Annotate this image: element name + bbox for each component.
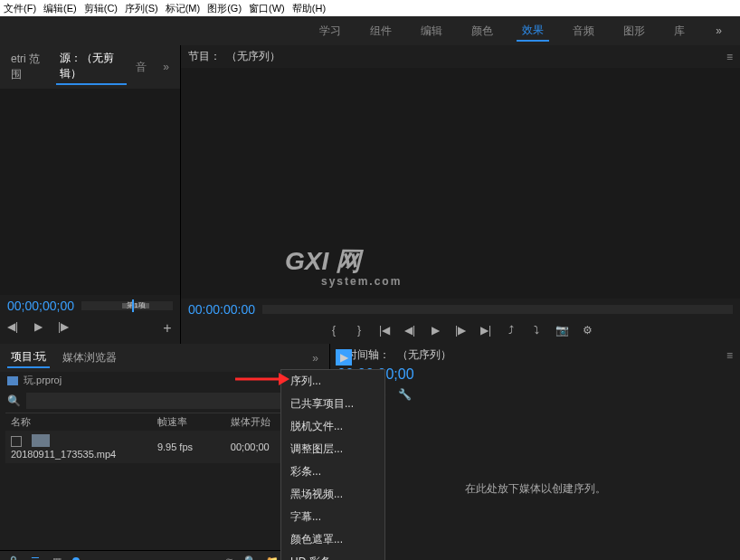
source-track[interactable]: 第1项 — [81, 301, 173, 310]
row-checkbox[interactable] — [11, 436, 22, 447]
source-tab-audio[interactable]: 音 » — [136, 60, 173, 75]
program-track[interactable] — [262, 305, 733, 314]
mi-hd-bars[interactable]: HD 彩条... — [281, 551, 384, 560]
source-tabs: etri 范围 源：（无剪辑） 音 » — [0, 45, 180, 89]
menu-clip[interactable]: 剪辑(C) — [84, 2, 118, 15]
menu-graphics[interactable]: 图形(G) — [207, 2, 242, 15]
annotation-arrow — [235, 371, 289, 387]
program-timecode[interactable]: 00:00:00:00 — [188, 302, 255, 317]
clip-fps: 9.95 fps — [157, 441, 231, 452]
project-crumb: 玩.prproj — [24, 374, 62, 387]
clip-thumbnail — [32, 434, 50, 447]
program-controls: { } |◀ ◀| ▶ |▶ ▶| ⤴ ⤵ 📷 ⚙ — [181, 320, 740, 344]
settings-icon2[interactable]: 🔧 — [398, 388, 412, 401]
menu-file[interactable]: 文件(F) — [4, 2, 36, 15]
play2-icon[interactable]: ▶ — [428, 324, 442, 337]
play-icon[interactable]: ▶ — [31, 320, 45, 337]
timeline-drop-hint: 在此处放下媒体以创建序列。 — [465, 481, 606, 497]
tab-media-browser[interactable]: 媒体浏览器 — [59, 348, 120, 367]
mark-in-icon[interactable]: { — [327, 324, 341, 337]
source-monitor — [0, 89, 180, 295]
menu-sequence[interactable]: 序列(S) — [125, 2, 158, 15]
extract-icon[interactable]: ⤵ — [529, 324, 544, 337]
go-out-icon[interactable]: ▶| — [479, 324, 493, 337]
program-monitor — [181, 68, 740, 299]
ws-more[interactable]: » — [708, 23, 729, 39]
workspace-bar: 学习 组件 编辑 颜色 效果 音频 图形 库 » — [0, 16, 740, 45]
export-frame-icon[interactable]: 📷 — [555, 324, 569, 337]
folder-icon — [7, 376, 18, 385]
timeline-menu-icon[interactable]: ≡ — [726, 349, 733, 362]
menu-marker[interactable]: 标记(M) — [166, 2, 201, 15]
clip-name: 20180911_173535.mp4 — [11, 449, 116, 460]
program-title-prefix: 节目： — [188, 49, 221, 64]
menu-help[interactable]: 帮助(H) — [292, 2, 326, 15]
selection-tool-icon[interactable]: ▶ — [336, 349, 352, 365]
tab-project[interactable]: 项目:玩 — [7, 347, 50, 368]
menu-edit[interactable]: 编辑(E) — [43, 2, 77, 15]
program-title: （无序列） — [226, 49, 280, 64]
project-row[interactable]: 20180911_173535.mp4 9.95 fps 00;00;00 — [5, 431, 324, 463]
col-name[interactable]: 名称 — [11, 415, 157, 429]
search-input[interactable] — [26, 393, 304, 409]
new-item-menu: 序列... 已共享项目... 脱机文件... 调整图层... 彩条... 黑场视… — [280, 369, 385, 560]
ws-editing[interactable]: 编辑 — [415, 22, 448, 41]
mark-out-icon[interactable]: } — [352, 324, 366, 337]
source-panel: etri 范围 源：（无剪辑） 音 » 00;00;00;00 第1项 ◀| ▶… — [0, 45, 181, 344]
source-track-label: 第1项 — [122, 303, 149, 308]
mi-sequence[interactable]: 序列... — [281, 370, 384, 393]
step-back2-icon[interactable]: ◀| — [403, 324, 417, 337]
timeline-panel: × 时间轴： （无序列） ≡ 00;00;00;00 ⌐ ∩ ◆ 🔧 在此处放下… — [330, 344, 740, 560]
timeline-timecode[interactable]: 00;00;00;00 — [330, 366, 740, 383]
lift-icon[interactable]: ⤴ — [504, 324, 518, 337]
program-panel: 节目： （无序列） ≡ 00:00:00:00 { } |◀ ◀| ▶ |▶ ▶… — [181, 45, 740, 344]
project-tabs: 项目:玩 媒体浏览器 » — [0, 344, 329, 372]
ws-learn[interactable]: 学习 — [314, 22, 346, 41]
mi-black-video[interactable]: 黑场视频... — [281, 483, 384, 506]
col-fps[interactable]: 帧速率 — [157, 415, 231, 429]
source-controls: ◀| ▶ |▶ + — [0, 317, 180, 344]
ws-color[interactable]: 颜色 — [466, 22, 498, 41]
ws-effects[interactable]: 效果 — [517, 21, 549, 42]
lock-icon[interactable]: 🔒 — [7, 555, 20, 560]
mi-shared-project[interactable]: 已共享项目... — [281, 393, 384, 415]
step-back-icon[interactable]: ◀| — [5, 320, 20, 337]
icon-view-icon[interactable]: ▦ — [51, 555, 63, 560]
mi-bars[interactable]: 彩条... — [281, 460, 384, 483]
step-fwd2-icon[interactable]: |▶ — [453, 324, 468, 337]
ws-graphics[interactable]: 图形 — [618, 22, 650, 41]
svg-marker-1 — [279, 373, 289, 385]
menubar: 文件(F) 编辑(E) 剪辑(C) 序列(S) 标记(M) 图形(G) 窗口(W… — [0, 0, 740, 16]
mi-captions[interactable]: 字幕... — [281, 506, 384, 528]
timeline-title: （无序列） — [397, 347, 451, 363]
tab-source[interactable]: 源：（无剪辑） — [56, 49, 126, 85]
list-view-icon[interactable]: ☰ — [29, 555, 42, 560]
mi-color-matte[interactable]: 颜色遮罩... — [281, 528, 384, 551]
go-in-icon[interactable]: |◀ — [377, 324, 392, 337]
mi-adjustment-layer[interactable]: 调整图层... — [281, 438, 384, 460]
settings-icon[interactable]: ⚙ — [580, 324, 594, 337]
ws-libraries[interactable]: 库 — [669, 22, 690, 41]
mi-offline-file[interactable]: 脱机文件... — [281, 415, 384, 438]
find-icon[interactable]: 🔍 — [244, 555, 257, 560]
source-timecode[interactable]: 00;00;00;00 — [7, 299, 74, 313]
ws-audio[interactable]: 音频 — [567, 22, 600, 41]
search-icon[interactable]: 🔍 — [7, 394, 21, 407]
timeline-drop-area[interactable]: 在此处放下媒体以创建序列。 — [330, 406, 740, 560]
step-fwd-icon[interactable]: |▶ — [56, 320, 71, 337]
ws-assembly[interactable]: 组件 — [365, 22, 397, 41]
project-tabs-more[interactable]: » — [312, 352, 322, 365]
timeline-tools: ⌐ ∩ ◆ 🔧 — [330, 383, 740, 406]
source-playhead[interactable] — [132, 299, 134, 312]
menu-window[interactable]: 窗口(W) — [249, 2, 285, 15]
new-bin2-icon[interactable]: 📁 — [266, 555, 279, 560]
add-icon[interactable]: + — [160, 320, 175, 337]
program-menu-icon[interactable]: ≡ — [726, 51, 733, 63]
auto-sequence-icon[interactable]: ≋ — [223, 555, 235, 560]
tab-lumetri[interactable]: etri 范围 — [7, 50, 47, 84]
